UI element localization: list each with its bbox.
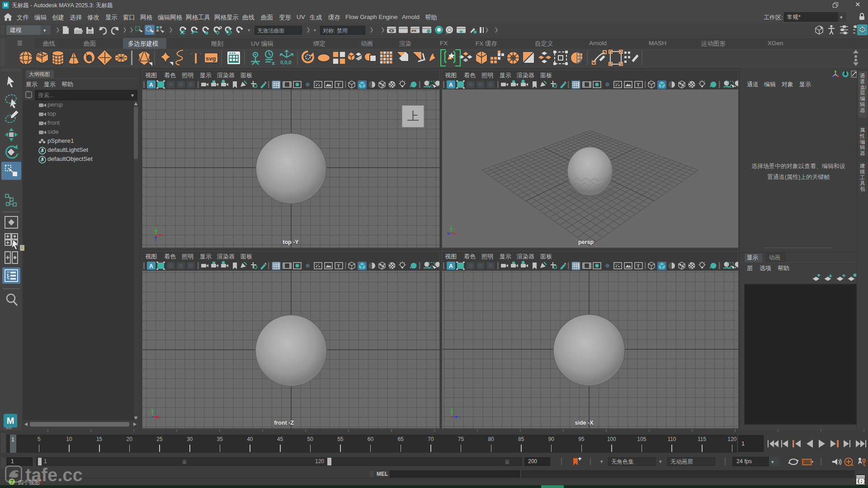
svg-text:{;}: {;}: [857, 479, 865, 484]
svg-text:x: x: [272, 60, 275, 66]
svg-text:svg: svg: [206, 55, 216, 62]
svg-text:0,0,0: 0,0,0: [280, 60, 291, 65]
svg-text:T: T: [190, 49, 201, 67]
svg-text:IPR: IPR: [411, 29, 416, 33]
svg-text:x: x: [446, 31, 448, 35]
